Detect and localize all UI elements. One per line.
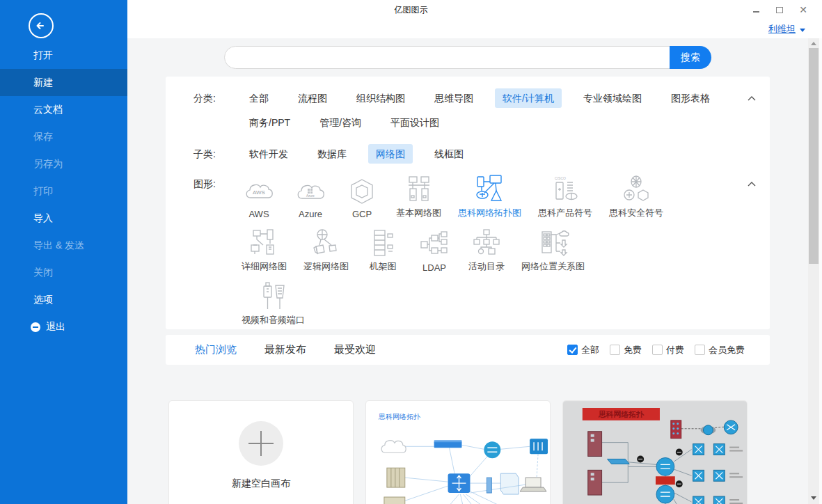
search-button[interactable]: 搜索 xyxy=(670,46,711,69)
filter-free[interactable]: 免费 xyxy=(610,344,642,356)
sidebar-item-print[interactable]: 打印 xyxy=(0,178,127,205)
scrollbar-thumb[interactable] xyxy=(809,48,819,264)
shape-item-ldap[interactable]: LDAP xyxy=(417,230,452,273)
shape-item-cisco-topology[interactable]: 思科网络拓扑图 xyxy=(458,174,521,219)
category-business-ppt[interactable]: 商务/PPT xyxy=(242,113,298,132)
maximize-button[interactable] xyxy=(768,0,791,19)
filter-paid-label: 付费 xyxy=(666,344,684,356)
shape-item-logical-network[interactable]: 逻辑网络图 xyxy=(303,228,349,273)
basic-network-icon xyxy=(402,174,436,205)
checkbox-all[interactable] xyxy=(567,345,578,355)
browse-bar: 热门浏览 最新发布 最受欢迎 全部 免费 付费 会员免费 xyxy=(166,335,770,365)
search-input[interactable] xyxy=(224,46,711,69)
category-all[interactable]: 全部 xyxy=(242,88,276,108)
video-audio-ports-icon xyxy=(256,281,291,312)
sidebar-item-exit[interactable]: 退出 xyxy=(0,313,127,340)
back-button[interactable] xyxy=(29,13,54,38)
shape-item-detailed-network[interactable]: 详细网络图 xyxy=(242,228,287,273)
minimize-icon xyxy=(753,11,759,13)
arrow-left-icon xyxy=(34,19,48,33)
shape-item-rack[interactable]: 机架图 xyxy=(365,228,400,273)
sidebar-menu: 打开 新建 云文档 保存 另存为 打印 导入 导出 & 发送 关闭 选项 退出 xyxy=(0,42,127,340)
sidebar-item-open[interactable]: 打开 xyxy=(0,42,127,69)
exit-icon xyxy=(31,322,40,332)
checkbox-free[interactable] xyxy=(610,345,620,355)
plus-icon xyxy=(239,421,283,466)
close-icon: ✕ xyxy=(799,5,807,15)
sidebar-item-exit-label: 退出 xyxy=(46,313,65,340)
account-menu[interactable]: 利维坦 xyxy=(768,23,805,36)
shapes-row-1: AWS AWS Azure Azure xyxy=(242,174,770,219)
category-mind-map[interactable]: 思维导图 xyxy=(427,88,481,108)
cisco-security-icon xyxy=(619,174,654,205)
sidebar-item-new[interactable]: 新建 xyxy=(0,69,127,96)
template-card-cisco-topology-2[interactable]: 思科网络拓扑 xyxy=(562,400,748,504)
sidebar-item-save-as[interactable]: 另存为 xyxy=(0,150,127,178)
subcategory-software-dev[interactable]: 软件开发 xyxy=(242,144,296,164)
filter-free-label: 免费 xyxy=(624,344,642,356)
cisco-topology-icon xyxy=(473,174,507,205)
shape-item-video-audio-ports[interactable]: 视频和音频端口 xyxy=(242,281,305,326)
aws-cloud-icon: AWS xyxy=(242,176,276,207)
category-flowchart[interactable]: 流程图 xyxy=(290,88,335,108)
price-filter-group: 全部 免费 付费 会员免费 xyxy=(567,344,745,356)
category-graph-table[interactable]: 图形表格 xyxy=(663,88,718,108)
sidebar-item-import[interactable]: 导入 xyxy=(0,205,127,232)
filters-panel: 分类: 全部 流程图 组织结构图 思维导图 软件/计算机 专业领域绘图 图形表格… xyxy=(166,77,770,329)
shape-item-aws[interactable]: AWS AWS xyxy=(242,176,276,219)
sidebar-item-close-doc[interactable]: 关闭 xyxy=(0,259,127,286)
ldap-icon xyxy=(417,230,452,260)
shape-item-cisco-products[interactable]: CISCO 思科产品符号 xyxy=(538,174,592,219)
tab-most-popular[interactable]: 最受欢迎 xyxy=(334,343,376,356)
gcp-hexagon-icon xyxy=(345,176,379,207)
category-professional[interactable]: 专业领域绘图 xyxy=(576,88,649,108)
vertical-scrollbar[interactable] xyxy=(808,38,819,504)
window-edge xyxy=(819,38,822,504)
new-blank-canvas-label: 新建空白画布 xyxy=(232,478,290,490)
sidebar-item-export-send[interactable]: 导出 & 发送 xyxy=(0,232,127,259)
search-bar: 搜索 xyxy=(224,46,711,69)
scrollbar-up-arrow[interactable] xyxy=(808,38,819,48)
account-row: 利维坦 xyxy=(127,19,822,38)
subcategory-wireframe[interactable]: 线框图 xyxy=(427,144,471,164)
template-title: 思科网络拓扑 xyxy=(366,401,550,422)
checkbox-paid[interactable] xyxy=(652,345,663,355)
filter-paid[interactable]: 付费 xyxy=(652,344,684,356)
template-banner-title: 思科网络拓扑 xyxy=(598,410,645,418)
subcategory-network[interactable]: 网络图 xyxy=(368,144,413,164)
scrollbar-down-arrow[interactable] xyxy=(808,493,819,503)
shape-item-basic-network[interactable]: 基本网络图 xyxy=(396,174,441,219)
checkbox-member-free[interactable] xyxy=(695,345,705,355)
chevron-down-icon xyxy=(800,29,805,32)
shape-item-network-location[interactable]: 网络位置关系图 xyxy=(521,228,585,273)
sidebar-item-cloud-docs[interactable]: 云文档 xyxy=(0,96,127,123)
filter-member-free[interactable]: 会员免费 xyxy=(695,344,745,356)
main-content: 搜索 分类: 全部 流程图 组织结构图 思维导图 软件/计算机 专业领域绘图 图… xyxy=(127,38,822,504)
shape-item-active-directory[interactable]: 活动目录 xyxy=(468,228,505,273)
subcategory-database[interactable]: 数据库 xyxy=(310,144,354,164)
collapse-shapes-chevron-icon[interactable] xyxy=(746,180,757,189)
close-button[interactable]: ✕ xyxy=(791,0,815,19)
rack-icon xyxy=(365,228,400,258)
category-org-chart[interactable]: 组织结构图 xyxy=(349,88,413,108)
tab-latest[interactable]: 最新发布 xyxy=(264,343,306,356)
network-location-icon xyxy=(536,228,571,258)
shape-item-gcp[interactable]: GCP xyxy=(345,176,379,219)
sidebar-item-options[interactable]: 选项 xyxy=(0,286,127,313)
filter-all[interactable]: 全部 xyxy=(567,344,599,356)
shape-item-azure[interactable]: Azure Azure xyxy=(293,176,328,219)
shape-item-cisco-security[interactable]: 思科安全符号 xyxy=(609,174,663,219)
subcategory-label: 子类: xyxy=(193,144,242,164)
sidebar-item-save[interactable]: 保存 xyxy=(0,123,127,150)
minimize-button[interactable] xyxy=(744,0,768,19)
shapes-label: 图形: xyxy=(193,174,242,194)
svg-text:Azure: Azure xyxy=(306,194,315,198)
category-software-computer[interactable]: 软件/计算机 xyxy=(495,88,562,108)
template-card-cisco-topology-1[interactable]: 思科网络拓扑 xyxy=(365,400,551,504)
template-preview-network-diagram-gray: 思科网络拓扑 xyxy=(563,401,747,504)
new-blank-canvas-card[interactable]: 新建空白画布 xyxy=(168,400,354,504)
category-management[interactable]: 管理/咨询 xyxy=(312,113,369,132)
category-graphic-design[interactable]: 平面设计图 xyxy=(383,113,447,132)
tab-hot-browse[interactable]: 热门浏览 xyxy=(195,343,237,356)
collapse-categories-chevron-icon[interactable] xyxy=(746,94,757,104)
